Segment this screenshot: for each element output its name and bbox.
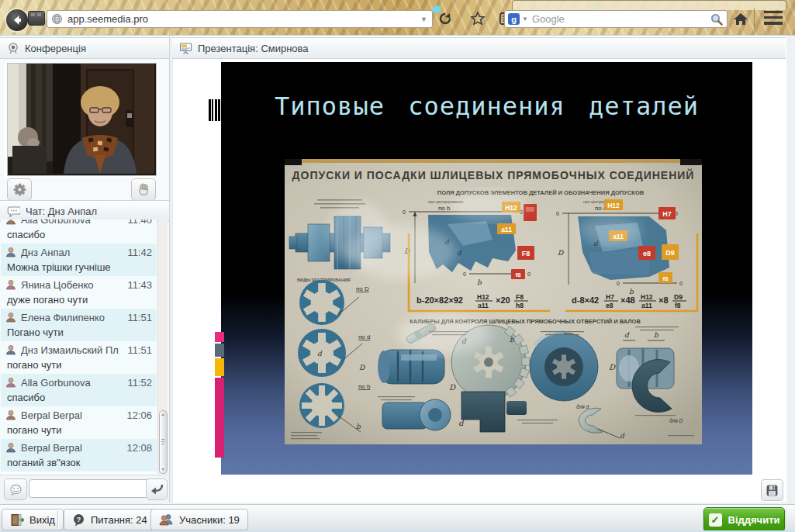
chat-message-input[interactable] — [29, 479, 151, 498]
avatar — [5, 279, 16, 290]
star-icon — [470, 11, 486, 26]
menu-button[interactable] — [764, 11, 783, 25]
spline-label-D: по D — [356, 285, 369, 292]
conference-title: Конференція — [25, 43, 86, 54]
message-time: 11:51 — [127, 312, 152, 323]
svg-text:d-8×42: d-8×42 — [572, 295, 599, 305]
video-settings-button[interactable] — [7, 178, 32, 201]
tolerance-box: f8 — [662, 275, 669, 282]
questions-label: Питання: 24 — [91, 514, 147, 526]
avatar — [5, 344, 16, 355]
raise-hand-button[interactable] — [131, 178, 156, 201]
message-text: погано чути — [1, 358, 157, 374]
gauge-label-d: для d — [576, 404, 589, 409]
url-bar[interactable]: app.seemedia.pro ▼ — [47, 10, 433, 28]
chat-message: Янина Цобенко 11:43 дуже погано чути — [1, 276, 157, 309]
search-box[interactable]: g ▼ Google — [504, 10, 728, 28]
back-button[interactable] — [5, 8, 29, 33]
slide-color-bar-slate — [215, 344, 224, 357]
svg-text:×48: ×48 — [620, 295, 635, 305]
chat-bubble-icon — [7, 206, 20, 217]
message-time: 12:08 — [126, 442, 152, 454]
statusbar-separator — [57, 511, 59, 528]
toolbar-separator — [754, 8, 755, 28]
questions-button[interactable]: ? Питання: 24 — [64, 509, 156, 530]
chat-message: Елена Филипенко 11:51 Погано чути — [1, 309, 157, 341]
message-time: 11:52 — [127, 377, 152, 389]
conference-header: Конференція — [0, 37, 169, 59]
exit-button[interactable]: Вихід — [2, 509, 64, 530]
search-engine-icon[interactable]: g — [508, 13, 520, 25]
svg-text:×20: ×20 — [496, 295, 510, 305]
gear-icon — [13, 183, 26, 196]
message-author: Елена Филипенко — [21, 312, 127, 323]
webcam-icon — [7, 42, 19, 54]
gauge-label-D: для D — [669, 418, 683, 423]
tolerance-box: f8 — [515, 271, 521, 278]
avatar — [5, 312, 16, 323]
svg-text:H12: H12 — [641, 293, 653, 301]
chat-message: Днз Анпал 11:42 Можна трішки гучніше — [1, 244, 157, 276]
slide-title: Типовые соединения деталей — [221, 92, 752, 121]
tolerance-box: H12 — [607, 202, 620, 209]
save-presentation-button[interactable] — [761, 479, 783, 501]
message-text: Можна трішки гучніше — [1, 261, 157, 276]
search-engine-dropdown-icon[interactable]: ▼ — [522, 16, 528, 22]
url-dropdown-icon[interactable]: ▼ — [420, 16, 427, 23]
message-text: поганий зв"язок — [1, 456, 157, 472]
chat-scrollbar-thumb[interactable] — [159, 410, 168, 474]
search-magnifier-icon[interactable] — [710, 12, 724, 26]
check-icon: ✓ — [709, 513, 722, 527]
slide-color-bar-magenta — [215, 378, 224, 458]
svg-text:×8: ×8 — [658, 295, 669, 305]
spline-label-b: по b — [358, 383, 371, 390]
svg-text:a11: a11 — [478, 302, 489, 309]
bookmark-star-button[interactable] — [469, 10, 486, 27]
message-time: 11:42 — [127, 247, 152, 258]
send-message-button[interactable] — [146, 478, 168, 500]
tolerance-box: e8 — [643, 250, 651, 257]
thanks-button[interactable]: ✓ Віддячити — [703, 507, 785, 532]
avatar — [5, 409, 16, 420]
hand-icon — [137, 183, 150, 196]
reload-button[interactable] — [437, 10, 454, 27]
poster-title: ДОПУСКИ И ПОСАДКИ ШЛИЦЕВЫХ ПРЯМОБОЧНЫХ С… — [292, 168, 695, 181]
bookmarks-toolbar-icon[interactable] — [28, 11, 45, 26]
message-author: Alla Gorbunova — [21, 219, 127, 226]
svg-text:F8: F8 — [516, 293, 524, 301]
zero-label: 0 — [617, 281, 620, 286]
slide-barcode-mark — [209, 99, 222, 121]
spline-label-d: по d — [358, 333, 370, 340]
svg-text:h8: h8 — [516, 302, 524, 309]
slide-color-bar-pink — [215, 332, 224, 342]
exit-label: Вихід — [29, 514, 55, 526]
home-button[interactable] — [732, 10, 749, 27]
floppy-disk-icon — [766, 484, 779, 497]
svg-text:H12: H12 — [477, 293, 489, 301]
url-text[interactable]: app.seemedia.pro — [67, 13, 420, 25]
search-input[interactable]: Google — [532, 13, 710, 25]
emoticon-button[interactable] — [4, 478, 27, 500]
dim-label: D — [359, 364, 365, 371]
avatar — [5, 219, 16, 225]
zero-label: 0 — [556, 211, 559, 216]
tolerance-box: H7 — [662, 210, 672, 218]
participants-button[interactable]: Учасники: 19 — [150, 509, 248, 530]
chat-message-list: Alla Gorbunova 11:40 спасибо Днз Анпал 1… — [1, 219, 157, 474]
browser-tab[interactable] — [512, 0, 786, 10]
message-text: дуже погано чути — [1, 293, 157, 309]
svg-text:a11: a11 — [641, 302, 652, 309]
diagram-caption2: по b — [438, 205, 451, 212]
participants-label: Учасники: 19 — [179, 514, 240, 526]
chat-scrollbar[interactable] — [157, 219, 168, 474]
message-author: Berpal Berpal — [21, 409, 126, 421]
presentation-title: Презентація: Смирнова — [198, 43, 309, 54]
chat-header: Чат: Днз Анпал — [0, 200, 169, 222]
message-text: погано чути — [1, 423, 157, 439]
message-author: Днз Измаильский Пл — [21, 344, 127, 356]
zero-label: 0 — [463, 271, 466, 277]
webcam-video[interactable] — [7, 63, 157, 176]
svg-text:D9: D9 — [674, 293, 683, 301]
chat-message: Alla Gorbunova 11:40 спасибо — [1, 219, 157, 244]
zero-label: 0 — [403, 209, 406, 215]
